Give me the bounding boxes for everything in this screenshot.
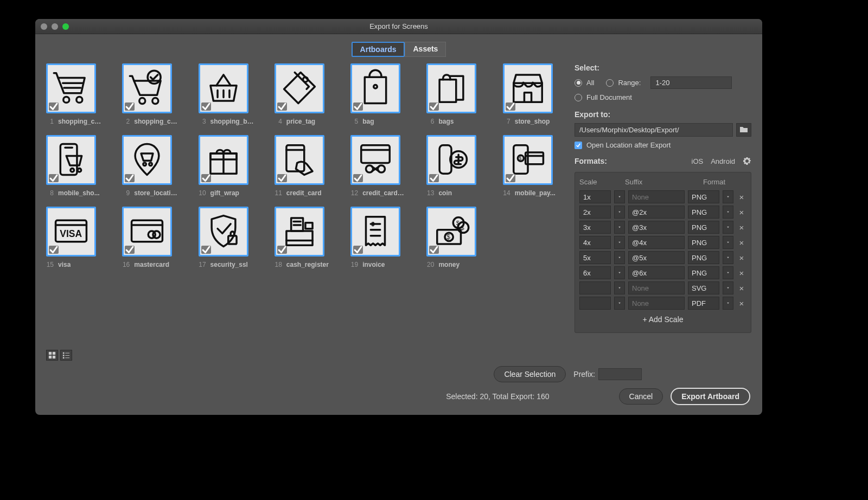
suffix-input[interactable]: None [628,297,685,310]
chevron-down-icon[interactable] [723,297,733,310]
suffix-input[interactable]: None [628,190,685,203]
artboard-thumb[interactable] [426,63,476,113]
remove-row-button[interactable]: × [737,253,746,262]
suffix-input[interactable]: @5x [628,251,685,264]
artboard-thumb[interactable] [275,135,324,185]
chevron-down-icon[interactable] [723,281,733,294]
chevron-down-icon[interactable] [723,236,733,249]
remove-row-button[interactable]: × [737,208,746,217]
artboard-thumb[interactable] [426,135,476,185]
format-select[interactable]: SVG [688,281,719,294]
prefix-input[interactable] [598,368,642,380]
suffix-input[interactable]: @3x [628,221,685,234]
artboard-thumb[interactable]: $ [503,135,553,185]
artboard-thumb[interactable] [199,135,248,185]
chevron-down-icon[interactable] [614,281,625,294]
tab-assets[interactable]: Assets [405,42,446,57]
scale-select[interactable]: 5x [579,251,611,264]
suffix-input[interactable]: None [628,281,685,294]
chevron-down-icon[interactable] [723,221,733,234]
artboard-thumb[interactable] [275,63,324,113]
titlebar: Export for Screens [35,19,762,34]
selected-checkmark-icon [125,174,135,182]
chevron-down-icon[interactable] [614,221,625,234]
format-select[interactable]: PNG [688,236,719,249]
remove-row-button[interactable]: × [737,193,746,202]
format-select[interactable]: PNG [688,190,719,203]
artboard-thumb[interactable] [350,135,400,185]
selected-checkmark-icon [506,174,515,182]
browse-folder-button[interactable] [736,123,751,137]
radio-all[interactable] [575,79,582,87]
tab-artboards[interactable]: Artboards [352,42,405,57]
artboard-name: bag [362,118,374,125]
android-link[interactable]: Android [711,157,735,165]
export-artboard-button[interactable]: Export Artboard [671,388,750,405]
clear-selection-button[interactable]: Clear Selection [494,366,566,382]
artboard-thumb[interactable]: $ [350,207,400,257]
svg-text:$: $ [371,221,374,227]
radio-full-document[interactable] [575,94,582,101]
suffix-input[interactable]: @4x [628,236,685,249]
svg-rect-46 [65,353,69,354]
range-input[interactable] [650,76,732,89]
remove-row-button[interactable]: × [737,299,746,308]
format-select[interactable]: PNG [688,266,719,279]
scale-select[interactable]: 1x [579,190,611,203]
ios-link[interactable]: iOS [692,157,704,165]
radio-range[interactable] [606,79,614,87]
scale-select[interactable]: 2x [579,206,611,219]
suffix-input[interactable]: @6x [628,266,685,279]
artboard-name: store_location [134,189,177,197]
artboard-thumb[interactable] [350,63,400,113]
artboard-thumb[interactable] [122,63,172,113]
chevron-down-icon[interactable] [614,206,625,219]
remove-row-button[interactable]: × [737,284,746,293]
remove-row-button[interactable]: × [737,268,746,278]
artboard-thumb[interactable] [46,135,96,185]
grid-view-button[interactable] [46,350,58,361]
scale-select[interactable]: 4x [579,236,611,249]
format-select[interactable]: PNG [688,206,719,219]
svg-rect-45 [63,352,65,354]
list-view-button[interactable] [60,350,72,361]
artboard-thumb[interactable] [122,207,172,257]
format-row: 3x @3x PNG × [579,220,746,235]
artboard-thumb[interactable] [503,63,553,113]
format-select[interactable]: PDF [688,297,719,310]
cancel-button[interactable]: Cancel [619,388,663,405]
artboard-thumb[interactable] [46,63,96,113]
format-select[interactable]: PNG [688,221,719,234]
chevron-down-icon[interactable] [723,266,733,279]
scale-select[interactable]: 3x [579,221,611,234]
chevron-down-icon[interactable] [614,297,625,310]
artboard-thumb[interactable] [199,63,248,113]
open-location-checkbox[interactable] [575,142,582,149]
artboard-thumb[interactable] [122,135,172,185]
chevron-down-icon[interactable] [614,236,625,249]
chevron-down-icon[interactable] [723,206,733,219]
suffix-input[interactable]: @2x [628,206,685,219]
selected-checkmark-icon [49,174,59,182]
selected-checkmark-icon [277,174,287,182]
scale-select[interactable] [579,281,611,294]
scale-select[interactable]: 6x [579,266,611,279]
artboard-thumb[interactable]: $$$ [426,207,476,257]
format-select[interactable]: PNG [688,251,719,264]
gear-icon[interactable] [743,157,751,165]
chevron-down-icon[interactable] [614,251,625,264]
artboard-thumb[interactable]: VISA [46,207,96,257]
remove-row-button[interactable]: × [737,238,746,247]
remove-row-button[interactable]: × [737,223,746,232]
chevron-down-icon[interactable] [614,266,625,279]
scale-select[interactable] [579,297,611,310]
add-scale-button[interactable]: + Add Scale [579,311,746,328]
selected-checkmark-icon [201,174,211,182]
formats-table: Scale Suffix Format 1x None PNG × 2x @2x… [575,172,751,333]
artboard-thumb[interactable] [199,207,248,257]
chevron-down-icon[interactable] [723,190,733,203]
artboard-thumb[interactable] [275,207,324,257]
export-path-input[interactable] [575,123,733,137]
chevron-down-icon[interactable] [614,190,625,203]
chevron-down-icon[interactable] [723,251,733,264]
